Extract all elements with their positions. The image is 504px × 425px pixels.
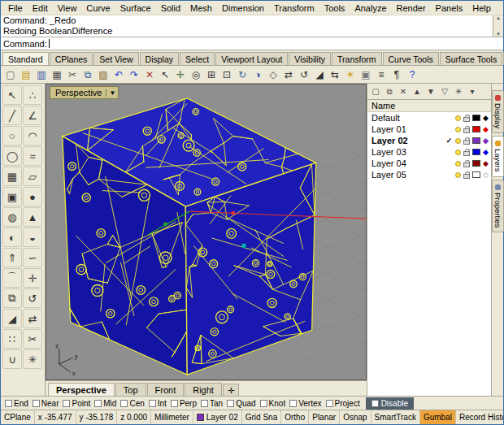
zoom-extents-icon[interactable]: ⊡ <box>219 67 234 82</box>
boolean-difference-tool[interactable]: ◒ <box>23 228 42 247</box>
layer-color-swatch[interactable] <box>472 149 480 155</box>
osnap-project[interactable]: Project <box>326 399 360 408</box>
rotate-view-icon[interactable]: ↻ <box>235 67 250 82</box>
new-sublayer-icon[interactable]: ⧉ <box>383 85 396 98</box>
scroll-up-icon[interactable]: ▲ <box>496 15 501 20</box>
command-history[interactable]: Command: _Redo Redoing BooleanDifference… <box>1 15 503 37</box>
viewport-title[interactable]: Perspective ▼ <box>50 86 119 99</box>
delete-icon[interactable]: ✕ <box>142 67 157 82</box>
osnap-cen[interactable]: Cen <box>120 399 144 408</box>
surface-tool[interactable]: ▦ <box>2 167 22 186</box>
panel-tab-layers[interactable]: Layers <box>492 136 504 177</box>
osnap-point[interactable]: Point <box>63 399 90 408</box>
osnap-quad[interactable]: Quad <box>227 399 255 408</box>
menu-help[interactable]: Help <box>467 2 496 14</box>
select-points-tool[interactable]: ∴ <box>23 85 42 105</box>
layer-row-layer-04[interactable]: Layer 04◆ <box>367 158 491 169</box>
layer-visibility-bulb-icon[interactable] <box>455 150 461 155</box>
osnap-near-checkbox[interactable] <box>33 400 40 407</box>
properties-icon[interactable]: ¶ <box>389 67 404 82</box>
menu-view[interactable]: View <box>53 2 82 14</box>
move-icon[interactable]: ⇄ <box>281 67 296 82</box>
fillet-tool[interactable]: ⌒ <box>2 268 22 288</box>
layer-row-layer-03[interactable]: Layer 03◆ <box>367 146 491 158</box>
layer-color-swatch[interactable] <box>472 115 480 121</box>
command-input[interactable]: Command: <box>1 37 503 50</box>
osnap-vertex[interactable]: Vertex <box>289 399 321 408</box>
freeform-curve-tool[interactable]: ≈ <box>23 146 42 166</box>
osnap-point-checkbox[interactable] <box>63 400 70 407</box>
layer-visibility-bulb-icon[interactable] <box>455 127 461 132</box>
save-file-icon[interactable]: ▥ <box>34 67 49 82</box>
menu-file[interactable]: File <box>3 2 28 14</box>
pan-icon[interactable]: ✛ <box>173 67 188 82</box>
osnap-mid-checkbox[interactable] <box>94 400 102 407</box>
status-toggle-record-histor[interactable]: Record Histor <box>456 410 503 424</box>
sphere-tool[interactable]: ● <box>23 187 42 206</box>
new-viewport-tab-icon[interactable]: ✛ <box>223 384 239 396</box>
explode-tool[interactable]: ✳ <box>23 349 42 369</box>
menu-edit[interactable]: Edit <box>28 2 53 14</box>
osnap-perp-checkbox[interactable] <box>171 400 178 407</box>
toolbar-tab-surface-tools[interactable]: Surface Tools <box>440 52 502 65</box>
layer-material-diamond-icon[interactable]: ◆ <box>483 115 489 122</box>
viewport-tab-right[interactable]: Right <box>185 383 222 396</box>
toolbar-tab-transform[interactable]: Transform <box>332 52 381 65</box>
hide-icon[interactable]: ☀ <box>343 67 358 82</box>
array-tool[interactable]: ∷ <box>2 329 22 349</box>
layer-visibility-bulb-icon[interactable] <box>455 138 461 144</box>
osnap-mid[interactable]: Mid <box>94 399 116 408</box>
loft-tool[interactable]: ∽ <box>23 248 42 267</box>
viewport-canvas[interactable]: zyx <box>46 85 366 379</box>
filter-icon[interactable]: ▽ <box>438 85 451 98</box>
osnap-knot-checkbox[interactable] <box>260 400 267 407</box>
toolbar-tab-curve-tools[interactable]: Curve Tools <box>383 52 439 65</box>
boolean-union-tool[interactable]: ◐ <box>2 228 22 247</box>
disable-checkbox[interactable] <box>371 400 379 407</box>
mirror-tool[interactable]: ⇄ <box>23 309 42 328</box>
wireframe-view-icon[interactable]: ◇ <box>266 67 280 82</box>
delete-layer-icon[interactable]: ✕ <box>397 85 410 98</box>
layer-lock-icon[interactable] <box>463 174 470 179</box>
toolbar-tab-display[interactable]: Display <box>140 52 179 65</box>
layer-color-swatch[interactable] <box>472 160 480 167</box>
cone-tool[interactable]: ▲ <box>23 207 42 227</box>
menu-analyze[interactable]: Analyze <box>350 2 391 14</box>
osnap-quad-checkbox[interactable] <box>227 400 234 407</box>
move-down-icon[interactable]: ▼ <box>424 85 437 98</box>
layer-lock-icon[interactable] <box>463 163 470 167</box>
select-icon[interactable]: ↖ <box>158 67 172 82</box>
move-up-icon[interactable]: ▲ <box>411 85 424 98</box>
layer-row-layer-05[interactable]: Layer 05◇ <box>367 169 491 180</box>
viewport-tab-perspective[interactable]: Perspective <box>48 383 115 396</box>
panel-menu-icon[interactable]: ▾ <box>466 85 479 98</box>
rotate-icon[interactable]: ↺ <box>297 67 311 82</box>
command-history-scrollbar[interactable]: ▲ ▼ <box>493 15 503 37</box>
units-readout[interactable]: Millimeter <box>151 410 193 424</box>
new-layer-icon[interactable]: ▢ <box>369 85 382 98</box>
move-tool[interactable]: ✛ <box>23 268 42 288</box>
viewport-tab-top[interactable]: Top <box>115 383 146 396</box>
cut-icon[interactable]: ✂ <box>65 67 80 82</box>
status-toggle-grid-sna[interactable]: Grid Sna <box>242 410 281 424</box>
copy-tool[interactable]: ⧉ <box>2 288 22 308</box>
shaded-view-icon[interactable]: ◑ <box>250 67 265 82</box>
perspective-viewport[interactable]: Perspective ▼ zyx <box>46 84 367 380</box>
status-toggle-planar[interactable]: Planar <box>309 410 340 424</box>
layers-icon[interactable]: ≡ <box>374 67 389 82</box>
layer-material-diamond-icon[interactable]: ◇ <box>483 171 489 179</box>
rotate-tool[interactable]: ↺ <box>23 288 42 308</box>
help-icon[interactable]: ? <box>405 67 419 82</box>
scale-tool[interactable]: ◢ <box>2 309 22 328</box>
panel-tab-display[interactable]: Display <box>492 90 504 133</box>
current-layer-selector[interactable]: Layer 02 <box>193 410 242 424</box>
osnap-disable-toggle[interactable]: Disable <box>366 397 414 410</box>
circle-tool[interactable]: ○ <box>2 126 22 145</box>
osnap-perp[interactable]: Perp <box>171 399 197 408</box>
layer-lock-icon[interactable] <box>463 128 470 133</box>
select-tool[interactable]: ↖ <box>2 85 22 105</box>
status-toggle-ortho[interactable]: Ortho <box>281 410 309 424</box>
menu-panels[interactable]: Panels <box>431 2 468 14</box>
layer-lock-icon[interactable] <box>463 151 470 156</box>
toolbar-tab-select[interactable]: Select <box>180 52 215 65</box>
